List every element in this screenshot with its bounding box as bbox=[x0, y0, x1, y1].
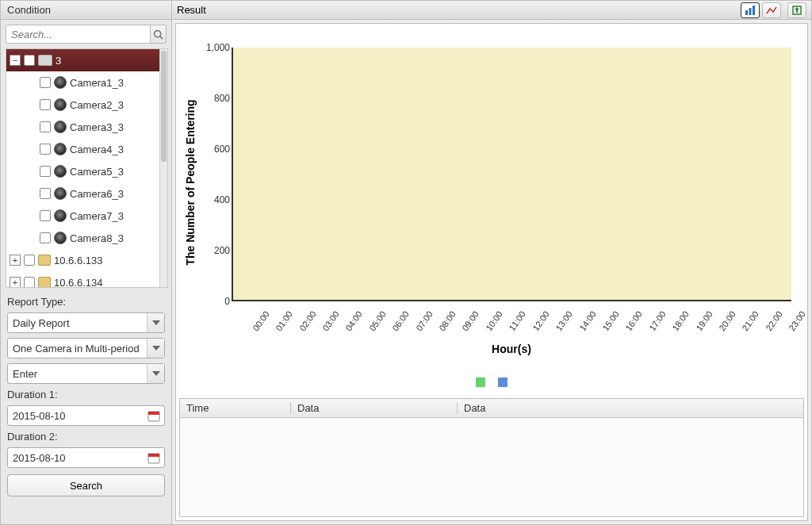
camera-icon bbox=[54, 143, 67, 155]
legend-swatch bbox=[498, 377, 508, 387]
camera-label: Camera8_3 bbox=[70, 232, 156, 244]
checkbox[interactable] bbox=[40, 166, 51, 177]
ip-label: 10.6.6.133 bbox=[54, 255, 156, 266]
chevron-down-icon[interactable] bbox=[147, 364, 164, 383]
camera-label: Camera2_3 bbox=[70, 99, 156, 111]
camera-mode-value: One Camera in Multi-period bbox=[8, 343, 147, 354]
duration1-label: Duration 1: bbox=[7, 389, 165, 400]
camera-label: Camera3_3 bbox=[70, 121, 156, 133]
table-col-time[interactable]: Time bbox=[180, 402, 291, 414]
camera-icon bbox=[54, 98, 67, 111]
duration2-label: Duration 2: bbox=[7, 431, 165, 443]
folder-icon bbox=[38, 55, 52, 66]
bar-chart-toggle[interactable] bbox=[741, 2, 760, 18]
duration1-input[interactable]: 2015-08-10 bbox=[7, 405, 165, 426]
checkbox[interactable] bbox=[24, 55, 35, 66]
camera-icon bbox=[54, 121, 67, 133]
result-table: Time Data Data bbox=[179, 398, 804, 517]
chevron-down-icon[interactable] bbox=[147, 339, 164, 358]
checkbox[interactable] bbox=[40, 99, 51, 110]
legend-swatch bbox=[476, 377, 485, 387]
expand-icon[interactable]: + bbox=[10, 255, 21, 266]
camera-label: Camera5_3 bbox=[70, 166, 156, 178]
chart-ylabel: The Number of People Entering bbox=[184, 99, 197, 265]
magnifier-icon bbox=[153, 29, 163, 40]
search-button[interactable]: Search bbox=[7, 474, 165, 496]
camera-mode-select[interactable]: One Camera in Multi-period bbox=[7, 338, 165, 358]
checkbox[interactable] bbox=[40, 210, 51, 221]
tree-camera-node[interactable]: Camera1_3 bbox=[6, 71, 159, 94]
tree-ip-node[interactable]: +10.6.6.134 bbox=[6, 271, 159, 287]
tree-root-label: 3 bbox=[56, 55, 156, 67]
table-col-data2[interactable]: Data bbox=[458, 402, 803, 414]
expand-icon[interactable]: + bbox=[10, 277, 21, 287]
scrollbar-thumb[interactable] bbox=[161, 51, 167, 162]
checkbox[interactable] bbox=[24, 255, 35, 266]
camera-label: Camera4_3 bbox=[70, 144, 156, 155]
svg-rect-8 bbox=[753, 6, 755, 15]
tree-camera-node[interactable]: Camera8_3 bbox=[6, 227, 159, 249]
camera-label: Camera1_3 bbox=[70, 77, 156, 89]
chart-ytick: 800 bbox=[203, 93, 230, 104]
export-button[interactable] bbox=[787, 2, 806, 18]
checkbox[interactable] bbox=[40, 188, 51, 199]
svg-rect-6 bbox=[745, 10, 748, 15]
chart-plot: The Number of People Entering 0200400600… bbox=[176, 24, 807, 368]
tree-camera-node[interactable]: Camera5_3 bbox=[6, 160, 159, 182]
direction-select[interactable]: Enter bbox=[7, 363, 165, 384]
camera-icon bbox=[54, 232, 67, 244]
report-type-value: Daily Report bbox=[8, 317, 147, 329]
checkbox[interactable] bbox=[40, 232, 51, 243]
collapse-icon[interactable]: − bbox=[10, 55, 21, 66]
checkbox[interactable] bbox=[40, 121, 51, 132]
table-body bbox=[180, 418, 803, 516]
svg-rect-5 bbox=[148, 454, 159, 457]
chart-xlabel: Hour(s) bbox=[232, 343, 791, 355]
chevron-down-icon[interactable] bbox=[147, 313, 164, 332]
table-col-data1[interactable]: Data bbox=[291, 402, 458, 414]
tree-camera-node[interactable]: Camera4_3 bbox=[6, 138, 159, 160]
camera-icon bbox=[54, 209, 67, 222]
result-title: Result bbox=[177, 4, 738, 16]
bar-chart-icon bbox=[745, 6, 756, 15]
camera-label: Camera7_3 bbox=[70, 210, 156, 222]
chart-ytick: 200 bbox=[203, 245, 230, 256]
camera-tree[interactable]: − 3 Camera1_3Camera2_3Camera3_3Camera4_3… bbox=[6, 48, 168, 288]
line-chart-icon bbox=[766, 6, 777, 15]
result-panel: Result The N bbox=[172, 1, 811, 524]
condition-title: Condition bbox=[1, 1, 171, 20]
calendar-icon[interactable] bbox=[146, 408, 162, 423]
svg-rect-3 bbox=[148, 412, 159, 415]
svg-line-1 bbox=[160, 36, 163, 38]
report-type-label: Report Type: bbox=[7, 296, 165, 308]
svg-rect-7 bbox=[749, 8, 752, 15]
checkbox[interactable] bbox=[40, 144, 51, 155]
chart-ytick: 400 bbox=[203, 194, 230, 205]
calendar-icon[interactable] bbox=[146, 450, 162, 466]
chart-ytick: 1,000 bbox=[203, 42, 230, 53]
svg-point-0 bbox=[155, 30, 161, 36]
chart-legend bbox=[176, 368, 807, 398]
camera-icon bbox=[54, 76, 67, 89]
tree-camera-node[interactable]: Camera7_3 bbox=[6, 205, 159, 227]
report-type-select[interactable]: Daily Report bbox=[7, 312, 165, 333]
tree-scrollbar[interactable] bbox=[159, 49, 167, 287]
folder-icon bbox=[38, 255, 51, 266]
tree-camera-node[interactable]: Camera6_3 bbox=[6, 182, 159, 205]
line-chart-toggle[interactable] bbox=[762, 2, 781, 18]
camera-icon bbox=[54, 187, 67, 200]
duration2-input[interactable]: 2015-08-10 bbox=[7, 447, 165, 468]
checkbox[interactable] bbox=[40, 77, 51, 88]
chart-ytick: 0 bbox=[203, 296, 230, 307]
search-icon-button[interactable] bbox=[151, 25, 167, 44]
camera-label: Camera6_3 bbox=[70, 188, 156, 200]
tree-camera-node[interactable]: Camera2_3 bbox=[6, 94, 159, 116]
tree-root-node[interactable]: − 3 bbox=[6, 49, 159, 71]
tree-ip-node[interactable]: +10.6.6.133 bbox=[6, 249, 159, 271]
camera-icon bbox=[54, 165, 67, 178]
duration2-value: 2015-08-10 bbox=[8, 452, 146, 464]
checkbox[interactable] bbox=[24, 277, 35, 287]
search-input[interactable] bbox=[6, 25, 151, 44]
tree-camera-node[interactable]: Camera3_3 bbox=[6, 116, 159, 138]
condition-panel: Condition − 3 Camera1_3Camera2_3Camera3_… bbox=[1, 1, 172, 524]
